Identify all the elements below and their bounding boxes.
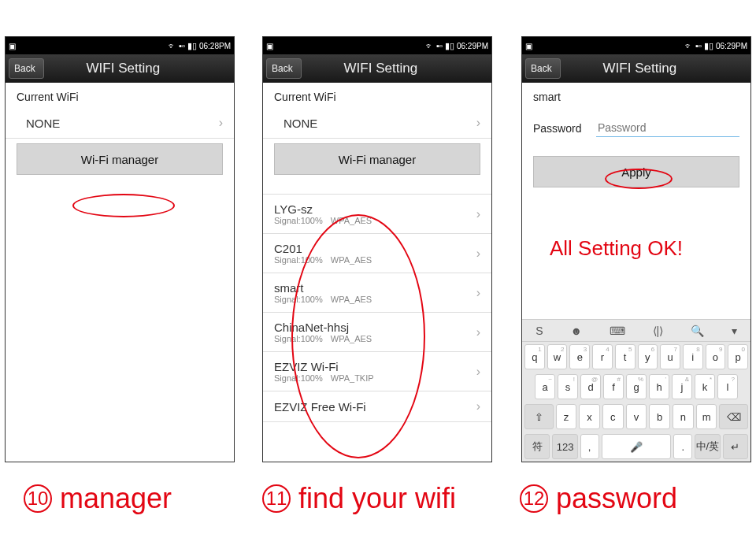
keyboard-strip-icon[interactable]: ☻ <box>570 325 582 337</box>
keyboard-strip-icon[interactable]: S <box>536 325 543 337</box>
apply-button[interactable]: Apply <box>533 156 739 187</box>
wifi-list-item[interactable]: LYG-sz Signal:100%WPA_AES › <box>263 195 491 234</box>
caption-number: 11 <box>262 484 291 513</box>
signal-icon: ▪▫ <box>436 41 443 50</box>
caption-text: find your wifi <box>298 482 456 515</box>
wifi-network-list: LYG-sz Signal:100%WPA_AES › C201 Signal:… <box>263 194 491 422</box>
wifi-signal: Signal:100% <box>274 373 323 383</box>
soft-keyboard: S☻⌨⟨|⟩🔍▾ 1q2w3e4r5t6y7u8i9o0p ~a!s@d#f%g… <box>522 319 750 462</box>
page-title: WIFI Setting <box>13 61 234 76</box>
current-wifi-row[interactable]: NONE › <box>6 108 234 139</box>
key-a[interactable]: ~a <box>535 374 555 399</box>
key-o[interactable]: 9o <box>706 344 726 369</box>
wifi-list-item[interactable]: ChinaNet-hhsj Signal:100%WPA_AES › <box>263 313 491 352</box>
key-j[interactable]: &j <box>672 374 692 399</box>
key-m[interactable]: m <box>696 404 717 429</box>
wifi-security: WPA_AES <box>331 295 372 304</box>
status-bar: ▣ ᯤ ▪▫ ▮▯ 06:29PM <box>522 37 750 54</box>
keyboard-strip-icon[interactable]: ⌨ <box>610 325 625 337</box>
page-title: WIFI Setting <box>270 61 491 76</box>
caption-number: 12 <box>520 484 548 513</box>
key-⌫[interactable]: ⌫ <box>719 404 748 429</box>
password-input[interactable] <box>596 119 739 137</box>
battery-icon: ▮▯ <box>704 41 713 51</box>
status-bar: ▣ ᯤ ▪▫ ▮▯ 06:28PM <box>6 37 234 54</box>
wifi-list-item[interactable]: EZVIZ Wi-Fi Signal:100%WPA_TKIP › <box>263 352 491 391</box>
key-.[interactable]: . <box>673 434 692 459</box>
key-t[interactable]: 5t <box>615 344 636 369</box>
title-bar: Back WIFI Setting <box>6 54 234 83</box>
caption-12: 12 password <box>520 482 677 515</box>
key-k[interactable]: *k <box>695 374 715 399</box>
wifi-icon: ᯤ <box>425 41 434 50</box>
wifi-icon: ᯤ <box>684 41 693 50</box>
key-c[interactable]: c <box>602 404 624 429</box>
key-w[interactable]: 2w <box>547 344 568 369</box>
key-h[interactable]: 'h <box>649 374 669 399</box>
wifi-manager-button[interactable]: Wi-Fi manager <box>274 143 480 175</box>
wifi-list-item[interactable]: C201 Signal:100%WPA_AES › <box>263 234 491 273</box>
key-r[interactable]: 4r <box>592 344 613 369</box>
wifi-list-item[interactable]: smart Signal:100%WPA_AES › <box>263 273 491 313</box>
gallery-icon: ▣ <box>525 42 532 50</box>
chevron-right-icon: › <box>476 116 480 130</box>
caption-11: 11 find your wifi <box>262 482 456 515</box>
key-s[interactable]: !s <box>558 374 578 399</box>
wifi-ssid: smart <box>274 281 476 295</box>
current-wifi-row[interactable]: NONE › <box>263 108 491 139</box>
key-y[interactable]: 6y <box>638 344 658 369</box>
key-v[interactable]: v <box>626 404 647 429</box>
caption-text: manager <box>60 482 172 515</box>
password-label: Password <box>533 122 596 135</box>
title-bar: Back WIFI Setting <box>263 54 491 83</box>
wifi-security: WPA_AES <box>331 334 372 343</box>
key-f[interactable]: #f <box>603 374 624 399</box>
key-🎤[interactable]: 🎤 <box>602 434 672 459</box>
key-u[interactable]: 7u <box>660 344 680 369</box>
chevron-right-icon: › <box>476 247 480 261</box>
clock: 06:28PM <box>199 42 231 50</box>
key-q[interactable]: 1q <box>524 344 545 369</box>
key-中/英[interactable]: 中/英 <box>695 434 720 459</box>
wifi-ssid: ChinaNet-hhsj <box>274 321 476 334</box>
key-b[interactable]: b <box>649 404 670 429</box>
wifi-list-item[interactable]: EZVIZ Free Wi-Fi › <box>263 391 491 422</box>
current-wifi-value: NONE <box>17 117 219 130</box>
key-↵[interactable]: ↵ <box>723 434 748 459</box>
key-l[interactable]: ?l <box>717 374 738 399</box>
chevron-right-icon: › <box>219 116 223 130</box>
phone-screenshot-1: ▣ ᯤ ▪▫ ▮▯ 06:28PM Back WIFI Setting Curr… <box>5 36 235 462</box>
key-n[interactable]: n <box>673 404 694 429</box>
wifi-ssid: C201 <box>274 242 476 255</box>
key-i[interactable]: 8i <box>683 344 703 369</box>
keyboard-toolbar: S☻⌨⟨|⟩🔍▾ <box>522 320 750 342</box>
chevron-right-icon: › <box>476 365 480 379</box>
key-⇧[interactable]: ⇧ <box>524 404 554 429</box>
key-123[interactable]: 123 <box>552 434 577 459</box>
wifi-signal: Signal:100% <box>274 255 323 265</box>
page-title: WIFI Setting <box>529 61 750 76</box>
title-bar: Back WIFI Setting <box>522 54 750 83</box>
key-e[interactable]: 3e <box>569 344 590 369</box>
caption-10: 10 manager <box>24 482 172 515</box>
wifi-signal: Signal:100% <box>274 295 323 304</box>
signal-icon: ▪▫ <box>179 41 185 50</box>
annotation-ok-text: All Setting OK! <box>550 236 683 261</box>
keyboard-strip-icon[interactable]: ▾ <box>732 325 737 337</box>
clock: 06:29PM <box>457 42 488 50</box>
keyboard-strip-icon[interactable]: 🔍 <box>691 325 704 337</box>
wifi-manager-button[interactable]: Wi-Fi manager <box>17 143 223 175</box>
key-x[interactable]: x <box>579 404 600 429</box>
key-,[interactable]: , <box>580 434 599 459</box>
key-g[interactable]: %g <box>626 374 647 399</box>
key-z[interactable]: z <box>556 404 577 429</box>
current-wifi-label: Current WiFi <box>263 83 491 108</box>
key-d[interactable]: @d <box>580 374 601 399</box>
signal-icon: ▪▫ <box>695 41 702 50</box>
keyboard-strip-icon[interactable]: ⟨|⟩ <box>653 325 664 337</box>
ssid-value: smart <box>533 91 561 103</box>
wifi-ssid: EZVIZ Free Wi-Fi <box>274 400 476 414</box>
wifi-ssid: LYG-sz <box>274 202 476 216</box>
key-p[interactable]: 0p <box>728 344 748 369</box>
key-符[interactable]: 符 <box>524 434 550 459</box>
